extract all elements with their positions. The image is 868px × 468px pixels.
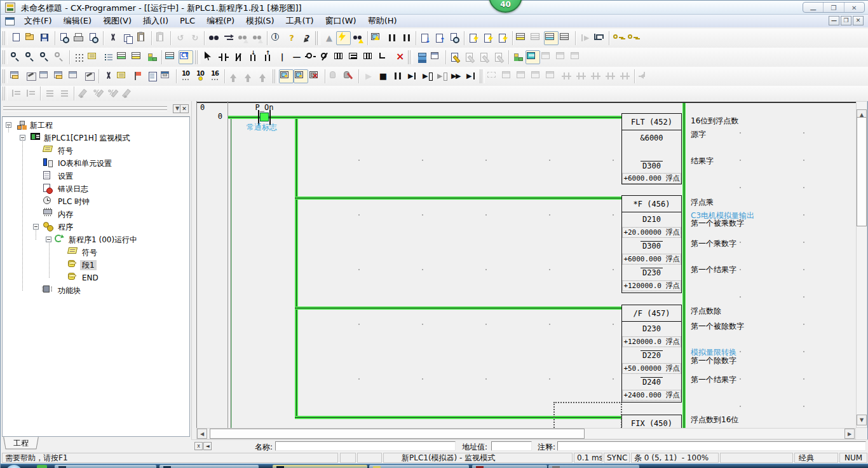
redo-icon[interactable]: ↻ [187, 31, 202, 45]
paste-special-icon[interactable] [154, 31, 168, 45]
taskbar-button-1[interactable] [55, 465, 156, 468]
tab-project[interactable]: 工程 [3, 437, 39, 449]
go-rung-icon[interactable] [256, 69, 271, 83]
note-1-icon[interactable] [463, 50, 477, 64]
tree-label[interactable]: 段1 [80, 260, 97, 270]
scroll-right-button[interactable]: ▶ [844, 429, 855, 439]
print-preview-icon[interactable] [86, 31, 101, 45]
menu-9[interactable]: 窗口(W) [320, 15, 362, 27]
cross-window-icon[interactable] [67, 69, 82, 83]
step-next-icon[interactable] [419, 69, 434, 83]
note-2-icon[interactable] [477, 50, 492, 64]
cut-icon[interactable] [105, 31, 120, 45]
vertical-line-icon[interactable]: | [275, 50, 289, 64]
grid-icon[interactable] [72, 50, 86, 64]
data-trace-icon[interactable] [429, 50, 444, 64]
instruction-icon[interactable] [333, 50, 348, 64]
address-comment-icon[interactable] [116, 69, 130, 83]
find-in-file-icon[interactable] [57, 31, 72, 45]
ladder-el1-icon[interactable] [559, 69, 574, 83]
window-3-icon[interactable] [569, 50, 584, 64]
horizontal-scrollbar[interactable]: ◀ ▶ [196, 428, 856, 439]
menu-4[interactable]: 插入(I) [137, 15, 174, 27]
expand-box[interactable] [33, 224, 39, 230]
work-online-icon[interactable] [336, 31, 351, 45]
block-tree-icon[interactable] [511, 50, 526, 64]
tree-label[interactable]: 程序 [56, 222, 75, 232]
menu-5[interactable]: PLC [174, 15, 201, 27]
function-block-icon[interactable] [362, 50, 377, 64]
project-window-icon[interactable] [9, 69, 24, 83]
instruction-block-FLT[interactable]: FLT (452)&6000D300+6000.000 浮点 [621, 113, 682, 184]
build-window-icon[interactable] [24, 69, 38, 83]
address-tree-icon[interactable] [145, 50, 159, 64]
menu-1[interactable]: 文件(F) [18, 15, 58, 27]
set-password-icon[interactable] [611, 31, 626, 45]
menu-3[interactable]: 视图(V) [97, 15, 137, 27]
contact-down-icon[interactable] [245, 50, 260, 64]
simulator-monitor-icon[interactable] [294, 69, 308, 83]
compile-icon[interactable]: ▲ [322, 31, 336, 45]
open-file-icon[interactable] [24, 31, 38, 45]
pause-hand-icon[interactable] [327, 69, 342, 83]
win-c-icon[interactable] [530, 69, 545, 83]
tree-label[interactable]: END [80, 273, 100, 283]
win-d-icon[interactable] [545, 69, 559, 83]
start-button[interactable] [6, 465, 22, 468]
new-file-icon[interactable] [9, 31, 24, 45]
rung-list-icon[interactable] [101, 50, 116, 64]
tree-label[interactable]: IO表和单元设置 [56, 158, 114, 169]
copy-icon[interactable] [120, 31, 135, 45]
help-icon[interactable]: ? [284, 31, 299, 45]
sim-run-icon[interactable]: ▶ [361, 69, 376, 83]
simulator-settings-icon[interactable] [279, 69, 294, 83]
memory-view-4-icon[interactable] [559, 31, 573, 45]
memory-view-2-icon[interactable] [529, 31, 544, 45]
online-edit-cancel-icon[interactable] [496, 31, 510, 45]
tree-label[interactable]: PLC 时钟 [56, 196, 92, 207]
ladder-el3-icon[interactable] [588, 69, 603, 83]
cross-reference-icon[interactable] [101, 69, 116, 83]
base-16-icon[interactable] [208, 69, 222, 83]
taskbar-button-6[interactable] [548, 465, 639, 468]
menu-6[interactable]: 编程(P) [201, 15, 240, 27]
return-icon[interactable] [637, 69, 651, 83]
tree-label[interactable]: 新工程 [28, 120, 55, 130]
zoom-out-icon[interactable] [53, 50, 67, 64]
align-list-icon[interactable] [43, 86, 57, 100]
mdi-restore-button[interactable]: ❐ [841, 16, 851, 25]
vertical-scroll-thumb[interactable] [857, 117, 867, 226]
tree-label[interactable]: 符号 [80, 247, 99, 258]
scroll-left-button[interactable]: ◀ [197, 429, 207, 439]
about-icon[interactable] [269, 31, 284, 45]
output-window-icon[interactable] [38, 69, 53, 83]
line-elbow-icon[interactable] [377, 50, 391, 64]
step-end-icon[interactable] [405, 69, 419, 83]
print-icon[interactable] [72, 31, 86, 45]
tree-label[interactable]: 新程序1 (00)运行中 [67, 235, 139, 245]
memory-view-1-icon[interactable] [515, 31, 529, 45]
ladder-el4-icon[interactable] [603, 69, 618, 83]
tree-label[interactable]: 符号 [56, 146, 75, 156]
indent-right-icon[interactable] [24, 86, 38, 100]
base-10-icon[interactable] [179, 69, 193, 83]
instruction-block-/F[interactable]: /F (457)D230+120000.0 浮点D220+50.00000 浮点… [621, 305, 682, 403]
report-icon[interactable] [145, 69, 159, 83]
minimize-button[interactable]: — [803, 3, 824, 12]
ladder-el2-icon[interactable] [574, 69, 588, 83]
win-a-icon[interactable] [501, 69, 515, 83]
panel-splitter[interactable] [191, 101, 196, 451]
pen-percent2-icon[interactable] [105, 86, 120, 100]
indent-left-icon[interactable] [9, 86, 24, 100]
online-edit-send-icon[interactable] [481, 31, 496, 45]
name-input[interactable] [275, 441, 456, 451]
contact-up-icon[interactable] [260, 50, 275, 64]
scroll-down-button[interactable]: ▼ [857, 415, 867, 425]
pen-cancel-icon[interactable] [120, 86, 135, 100]
new-note-icon[interactable] [448, 50, 463, 64]
pause-icon[interactable] [399, 31, 414, 45]
zoom-in-icon[interactable] [9, 50, 24, 64]
edit-window-icon[interactable] [82, 69, 97, 83]
simulator-exit-icon[interactable] [308, 69, 323, 83]
zoom-fit-icon[interactable] [24, 50, 38, 64]
